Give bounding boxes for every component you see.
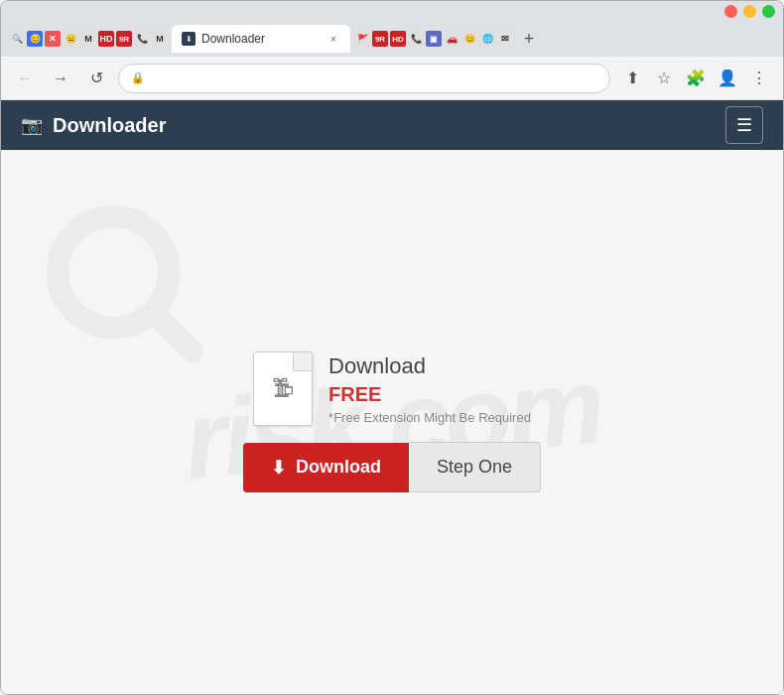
window-minimize-button[interactable] [743, 5, 756, 18]
download-title: Download [328, 353, 531, 379]
svg-point-0 [58, 216, 169, 328]
ext-icon-envelope: ✉ [497, 31, 513, 47]
nav-right-icons: ⬆ ☆ 🧩 👤 ⋮ [618, 65, 773, 92]
bookmark-button[interactable]: ☆ [650, 65, 678, 92]
extensions-button[interactable]: 🧩 [682, 65, 710, 92]
ext-icon-sq: ▣ [426, 31, 442, 47]
ext-icon-phone: 📞 [134, 31, 150, 47]
share-button[interactable]: ⬆ [618, 65, 646, 92]
ext-icon-search: 🔍 [9, 31, 25, 47]
back-button[interactable]: ← [11, 65, 39, 92]
ext-icon-phone2: 📞 [408, 31, 424, 47]
main-area: risk.com 🗜 Download FREE *Free Extension… [1, 150, 783, 694]
tab-close-button[interactable]: × [327, 32, 340, 46]
ext-icon-m: M [80, 31, 96, 47]
tab-title: Downloader [201, 32, 265, 46]
ext-icon-car: 🚗 [444, 31, 459, 47]
download-info: 🗜 Download FREE *Free Extension Might Be… [253, 351, 531, 426]
download-free-label: FREE [328, 383, 531, 406]
brand-label: Downloader [53, 114, 166, 137]
brand-icon: 📷 [21, 114, 43, 136]
ext-icon-9r: 9R [116, 31, 132, 47]
ext-icon-face2: 😊 [461, 31, 477, 47]
file-icon: 🗜 [253, 351, 313, 426]
file-icon-char: 🗜 [272, 376, 294, 402]
ext-icon-hd: HD [98, 31, 114, 47]
browser-window: 🔍 😊 ✕ 😐 M HD 9R 📞 M ⬇ Downloader × 🚩 9R … [0, 0, 784, 695]
ext-icon-red-x: ✕ [45, 31, 61, 47]
ext-icon-globe: 🌐 [479, 31, 495, 47]
download-meta: Download FREE *Free Extension Might Be R… [328, 353, 531, 425]
ext-icon-face: 😐 [63, 31, 78, 47]
tab-favicon: ⬇ [182, 32, 196, 46]
lock-icon: 🔒 [131, 71, 145, 84]
download-button-label: Download [296, 457, 381, 478]
extension-icons-left: 🔍 😊 ✕ 😐 M HD 9R 📞 M [9, 31, 168, 47]
active-tab[interactable]: ⬇ Downloader × [172, 25, 350, 53]
title-bar-top [1, 1, 783, 21]
window-controls [724, 5, 775, 18]
app-header: 📷 Downloader ☰ [1, 100, 783, 150]
forward-button[interactable]: → [47, 65, 74, 92]
extension-icons-right: 🚩 9R HD 📞 ▣ 🚗 😊 🌐 ✉ [354, 31, 513, 47]
watermark-magnifier-icon [46, 205, 204, 363]
ext-icon-flag: 🚩 [354, 31, 370, 47]
hamburger-button[interactable]: ☰ [725, 106, 763, 144]
download-button[interactable]: ⬇ Download [243, 443, 409, 492]
window-maximize-button[interactable] [762, 5, 775, 18]
step-one-button[interactable]: Step One [409, 442, 541, 492]
download-card: 🗜 Download FREE *Free Extension Might Be… [243, 351, 541, 492]
address-bar[interactable]: 🔒 [118, 64, 610, 93]
menu-button[interactable]: ⋮ [745, 65, 773, 92]
ext-icon-9r2: 9R [372, 31, 388, 47]
ext-icon-m2: M [152, 31, 168, 47]
svg-line-1 [153, 312, 193, 351]
profile-button[interactable]: 👤 [714, 65, 741, 92]
new-tab-button[interactable]: + [517, 27, 541, 51]
download-note: *Free Extension Might Be Required [328, 410, 531, 425]
page-content: 📷 Downloader ☰ risk.com 🗜 [1, 100, 783, 694]
brand: 📷 Downloader [21, 114, 166, 137]
window-close-button[interactable] [724, 5, 737, 18]
reload-button[interactable]: ↺ [82, 65, 110, 92]
download-actions: ⬇ Download Step One [243, 442, 541, 492]
tab-bar: 🔍 😊 ✕ 😐 M HD 9R 📞 M ⬇ Downloader × 🚩 9R … [1, 21, 783, 57]
nav-bar: ← → ↺ 🔒 ⬆ ☆ 🧩 👤 ⋮ [1, 57, 783, 100]
ext-icon-hd2: HD [390, 31, 406, 47]
ext-icon-blue: 😊 [27, 31, 43, 47]
download-icon: ⬇ [271, 457, 286, 479]
